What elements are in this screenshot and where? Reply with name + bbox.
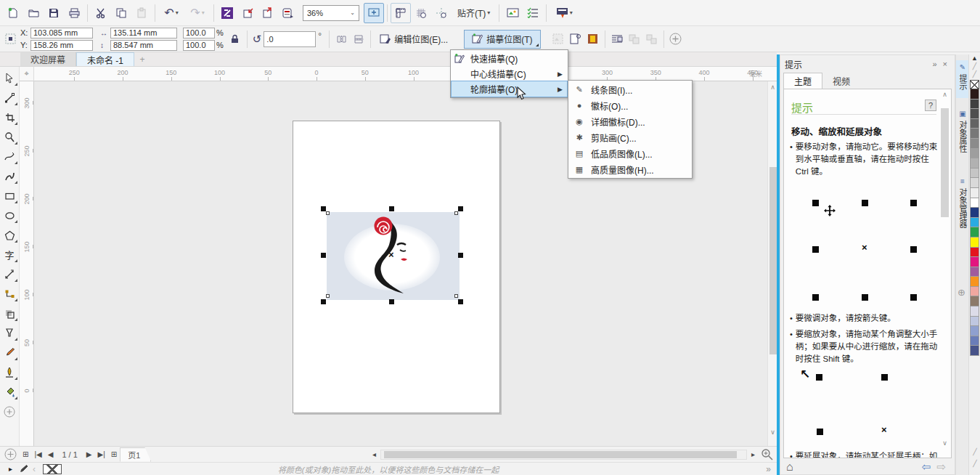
docker-add-button[interactable]: ⊕ <box>957 287 965 298</box>
mirror-horizontal-button[interactable] <box>332 31 350 48</box>
dimension-tool[interactable] <box>1 264 19 284</box>
print-button[interactable] <box>64 3 84 23</box>
zoom-level-select[interactable]: 36% ⌄ <box>303 5 359 21</box>
save-button[interactable] <box>44 3 64 23</box>
shape-tool[interactable] <box>1 88 19 107</box>
y-position-input[interactable]: 158.26 mm <box>30 40 93 51</box>
scroll-right-arrow[interactable]: ▸ <box>748 450 758 458</box>
selection-handle-s[interactable] <box>389 299 394 304</box>
tab-video[interactable]: 视频 <box>822 73 860 89</box>
edit-bitmap-button[interactable]: 编辑位图(E)... <box>374 30 454 49</box>
color-swatch[interactable] <box>970 178 979 188</box>
palette-scroll-up[interactable]: ▲ <box>969 54 980 62</box>
next-page-button[interactable]: ▶ <box>83 450 95 458</box>
snap-to-dropdown[interactable]: 贴齐(T) ▾ <box>452 7 496 19</box>
color-swatch[interactable] <box>970 287 979 297</box>
selection-handle-n[interactable] <box>389 206 394 211</box>
propbar-customize-button[interactable] <box>667 31 685 48</box>
horizontal-scroll-track[interactable] <box>380 450 747 460</box>
color-swatch[interactable] <box>970 267 979 277</box>
add-page-end-button[interactable]: ⊞ <box>108 450 120 458</box>
wrap-text-button[interactable] <box>608 31 626 48</box>
group-button[interactable] <box>626 31 643 48</box>
tab-untitled-document[interactable]: 未命名 -1 <box>76 52 134 66</box>
color-swatch[interactable] <box>970 198 979 208</box>
color-swatch[interactable] <box>970 109 979 119</box>
artistic-media-tool[interactable] <box>1 166 19 186</box>
trace-bitmap-button[interactable]: 描摹位图(T) <box>464 30 540 49</box>
help-button[interactable]: ? <box>925 100 936 111</box>
scroll-up-arrow[interactable]: ∧ <box>940 91 950 98</box>
color-swatch[interactable] <box>970 119 979 129</box>
undo-dropdown-caret[interactable]: ▾ <box>176 9 179 16</box>
color-swatch[interactable] <box>970 158 979 169</box>
tab-topic[interactable]: 主题 <box>783 73 822 89</box>
x-position-input[interactable]: 103.085 mm <box>30 28 93 38</box>
selection-handle-se[interactable] <box>458 299 463 304</box>
color-swatch[interactable] <box>970 257 979 267</box>
submenu-item[interactable]: ▦ 高质量图像(H)... <box>569 161 691 177</box>
rotation-angle-input[interactable]: .0 <box>264 31 316 47</box>
publish-pdf-button[interactable] <box>278 3 298 23</box>
show-rulers-button[interactable] <box>391 3 411 23</box>
bitmap-mask-button[interactable] <box>567 31 584 48</box>
color-swatch[interactable] <box>970 208 979 218</box>
zoom-tool[interactable] <box>1 127 19 147</box>
crop-tool[interactable] <box>1 107 19 127</box>
hints-scroll-thumb[interactable] <box>941 108 949 217</box>
page-indicator[interactable]: 1 / 1 <box>56 450 83 459</box>
color-swatch[interactable] <box>970 218 979 228</box>
page-1-tab[interactable]: 页1 <box>120 447 151 462</box>
scale-x-input[interactable]: 100.0 <box>183 28 215 38</box>
interactive-fill-tool[interactable] <box>1 382 19 402</box>
rectangle-tool[interactable] <box>1 186 19 206</box>
submenu-item[interactable]: ✎ 线条图(I)... <box>569 81 691 97</box>
docker-tab-hints[interactable]: ✎ 提示 <box>956 60 969 98</box>
docker-tab-object-properties[interactable]: ▣ 对象属性 <box>956 107 969 165</box>
import-media-button[interactable] <box>502 3 523 23</box>
submenu-item[interactable]: ● 徽标(O)... <box>569 97 691 113</box>
redo-button[interactable]: ↷▾ <box>184 3 211 23</box>
application-launcher-button[interactable]: ▾ <box>550 3 579 23</box>
first-page-button[interactable]: |◀ <box>31 450 44 458</box>
statusbar-customize-icon[interactable] <box>4 448 17 460</box>
pick-tool[interactable] <box>1 68 19 88</box>
color-eyedropper-tool[interactable] <box>1 343 19 362</box>
add-page-button[interactable]: ⊞ <box>20 450 31 458</box>
selection-handle-ne[interactable] <box>458 206 463 211</box>
color-swatch[interactable] <box>970 296 979 306</box>
polygon-tool[interactable] <box>1 225 19 245</box>
vertical-ruler[interactable]: 300 250 200 150 100 50 0 <box>20 81 34 446</box>
scale-y-input[interactable]: 100.0 <box>183 40 215 51</box>
bitmap-frame-button[interactable] <box>550 31 567 48</box>
color-swatch[interactable] <box>970 326 979 336</box>
import-button[interactable] <box>237 3 258 23</box>
undo-button[interactable]: ↶▾ <box>158 3 184 23</box>
docker-collapse-button[interactable]: » <box>929 60 939 68</box>
color-swatch[interactable] <box>970 248 979 258</box>
color-swatch[interactable] <box>970 317 979 327</box>
show-grid-button[interactable] <box>411 3 431 23</box>
connector-tool[interactable] <box>1 284 19 304</box>
copy-button[interactable] <box>111 3 131 23</box>
lock-ratio-button[interactable] <box>226 31 244 48</box>
color-swatch[interactable] <box>970 169 979 179</box>
horizontal-scroll-thumb[interactable] <box>384 451 737 458</box>
scroll-left-arrow[interactable]: ◂ <box>369 450 379 458</box>
color-swatch[interactable] <box>970 188 979 198</box>
ellipse-tool[interactable] <box>1 206 19 225</box>
color-swatch[interactable] <box>970 89 979 100</box>
tab-welcome-screen[interactable]: 欢迎屏幕 <box>20 52 76 66</box>
color-swatch[interactable] <box>970 129 979 139</box>
export-button[interactable] <box>258 3 278 23</box>
palette-scroll-down[interactable]: ╱ <box>969 460 980 468</box>
options-button[interactable] <box>523 3 543 23</box>
submenu-item[interactable]: ◉ 详细徽标(D)... <box>569 113 691 129</box>
freehand-tool[interactable] <box>1 147 19 166</box>
color-swatch[interactable] <box>970 149 979 159</box>
color-swatch[interactable] <box>970 306 979 317</box>
bitmap-boundary-button[interactable] <box>584 31 602 48</box>
scroll-down-arrow[interactable]: ∨ <box>940 439 950 447</box>
selection-handle-e[interactable] <box>458 253 463 258</box>
forward-button[interactable]: ⇨ <box>936 460 946 474</box>
